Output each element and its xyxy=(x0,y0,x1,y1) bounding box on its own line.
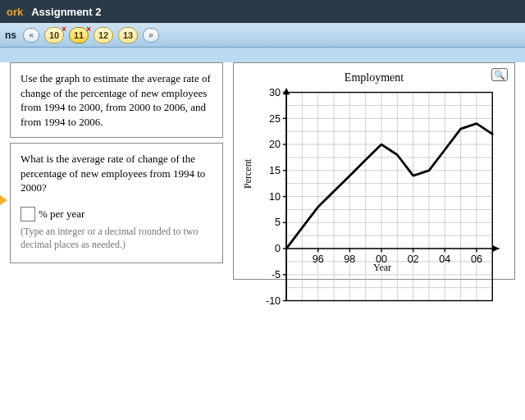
wrong-icon: × xyxy=(62,25,66,34)
svg-text:0: 0 xyxy=(275,243,281,254)
svg-text:04: 04 xyxy=(439,253,450,265)
question-nav: ns « 10×11×1213 » xyxy=(0,23,525,48)
chart-plot: -10-5051015202530969800020406 xyxy=(254,88,506,260)
content-area: Use the graph to estimate the average ra… xyxy=(0,62,525,290)
question-pill-10[interactable]: 10× xyxy=(44,27,64,43)
answer-hint: (Type an integer or a decimal rounded to… xyxy=(21,225,212,251)
svg-text:00: 00 xyxy=(376,253,387,265)
y-axis-label: Percent xyxy=(242,88,254,260)
nav-first-button[interactable]: « xyxy=(23,28,39,43)
question-text: What is the average rate of change of th… xyxy=(21,152,212,195)
nav-next-button[interactable]: » xyxy=(143,28,159,43)
question-pill-13[interactable]: 13 xyxy=(118,27,138,43)
answer-unit: % per year xyxy=(39,207,84,221)
svg-text:20: 20 xyxy=(269,139,281,150)
question-pill-11[interactable]: 11× xyxy=(69,27,89,43)
nav-label: ns xyxy=(5,30,18,41)
svg-text:02: 02 xyxy=(408,253,419,265)
svg-marker-50 xyxy=(492,245,499,252)
answer-input[interactable] xyxy=(21,207,35,221)
graph-card: 🔍 Employment Percent -10-505101520253096… xyxy=(233,62,515,280)
assignment-title: Assignment 2 xyxy=(31,6,101,18)
svg-text:10: 10 xyxy=(269,191,281,203)
chart-title: Employment xyxy=(242,71,506,84)
instruction-text: Use the graph to estimate the average ra… xyxy=(21,72,211,128)
svg-text:5: 5 xyxy=(275,217,281,228)
svg-text:-10: -10 xyxy=(266,295,281,307)
svg-text:15: 15 xyxy=(269,165,281,176)
svg-text:-5: -5 xyxy=(272,269,281,281)
current-question-arrow-icon xyxy=(0,194,7,206)
instruction-card: Use the graph to estimate the average ra… xyxy=(10,62,223,138)
header-left-fragment: ork xyxy=(7,6,23,18)
svg-text:30: 30 xyxy=(269,88,281,98)
zoom-icon[interactable]: 🔍 xyxy=(491,68,508,81)
svg-text:98: 98 xyxy=(344,253,355,265)
svg-marker-64 xyxy=(283,88,290,94)
svg-text:25: 25 xyxy=(269,113,281,125)
svg-text:96: 96 xyxy=(313,253,324,265)
svg-text:06: 06 xyxy=(471,253,482,265)
question-card: What is the average rate of change of th… xyxy=(10,143,223,263)
question-pill-12[interactable]: 12 xyxy=(94,27,113,43)
wrong-icon: × xyxy=(86,25,91,34)
app-header: ork Assignment 2 xyxy=(0,0,525,23)
